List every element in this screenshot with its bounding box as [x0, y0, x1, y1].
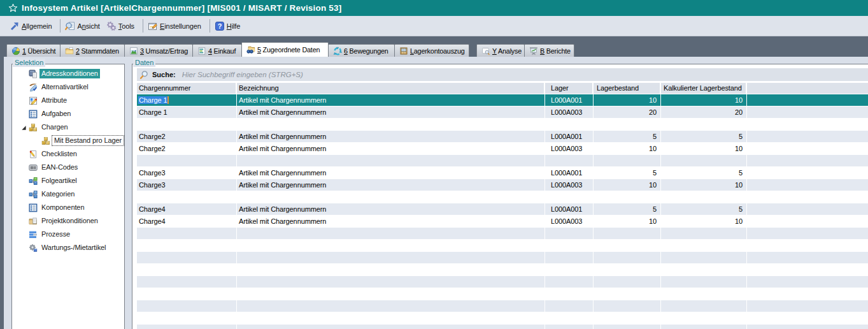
- tab[interactable]: Y Analyse: [476, 44, 525, 57]
- tab[interactable]: Lagerkontoauszug: [394, 44, 469, 57]
- table-cell[interactable]: [661, 300, 747, 312]
- table-cell[interactable]: Charge3: [137, 167, 237, 179]
- table-row[interactable]: [137, 325, 868, 329]
- table-cell[interactable]: [594, 312, 661, 325]
- table-cell[interactable]: Charge 1: [137, 94, 237, 106]
- table-cell[interactable]: [545, 252, 594, 264]
- tree-item[interactable]: Wartungs-/Mietartikel: [12, 241, 124, 254]
- tab[interactable]: 2 Stammdaten: [60, 44, 125, 57]
- star-icon[interactable]: [8, 3, 18, 13]
- table-cell[interactable]: L000A003: [545, 143, 594, 155]
- tree-item[interactable]: Mit Bestand pro Lager: [12, 134, 124, 147]
- table-cell[interactable]: [137, 155, 237, 167]
- table-cell[interactable]: [594, 300, 661, 312]
- table-cell[interactable]: [594, 325, 661, 329]
- table-row[interactable]: [137, 252, 868, 264]
- table-cell[interactable]: 10: [661, 179, 747, 191]
- table-cell[interactable]: Artikel mit Chargennummern: [237, 203, 545, 216]
- table-cell-filler[interactable]: [747, 228, 868, 240]
- table-row[interactable]: [137, 288, 868, 300]
- tree-item[interactable]: Prozesse: [12, 228, 124, 241]
- table-cell[interactable]: [137, 325, 237, 329]
- table-row[interactable]: [137, 191, 868, 203]
- table-cell-filler[interactable]: [747, 288, 868, 300]
- table-cell[interactable]: Artikel mit Chargennummern: [237, 94, 545, 106]
- table-cell[interactable]: 10: [661, 94, 747, 106]
- table-cell[interactable]: Artikel mit Chargennummern: [237, 179, 545, 191]
- table-row[interactable]: Charge 1 Artikel mit Chargennummern L000…: [137, 106, 868, 119]
- table-cell-filler[interactable]: [747, 106, 868, 119]
- table-cell[interactable]: L000A001: [545, 94, 594, 106]
- tab[interactable]: B Berichte: [524, 44, 574, 57]
- table-cell[interactable]: 10: [661, 216, 747, 228]
- table-cell-filler[interactable]: [747, 240, 868, 252]
- table-cell-filler[interactable]: [747, 119, 868, 131]
- table-cell-filler[interactable]: [747, 155, 868, 167]
- tree-item[interactable]: Chargen: [12, 121, 124, 134]
- table-cell-filler[interactable]: [747, 276, 868, 288]
- table-cell[interactable]: [594, 155, 661, 167]
- table-cell[interactable]: 5: [661, 203, 747, 216]
- table-cell[interactable]: L000A003: [545, 106, 594, 119]
- table-cell[interactable]: Charge2: [137, 131, 237, 143]
- table-cell[interactable]: [237, 240, 545, 252]
- table-cell[interactable]: [137, 191, 237, 203]
- table-cell-filler[interactable]: [747, 312, 868, 325]
- table-cell[interactable]: [661, 325, 747, 329]
- table-cell[interactable]: [661, 191, 747, 203]
- table-cell[interactable]: [594, 240, 661, 252]
- table-cell[interactable]: [545, 276, 594, 288]
- table-cell[interactable]: [545, 155, 594, 167]
- table-row[interactable]: [137, 119, 868, 131]
- table-cell[interactable]: [545, 228, 594, 240]
- table-cell[interactable]: 10: [661, 143, 747, 155]
- table-row[interactable]: [137, 300, 868, 312]
- table-cell[interactable]: Charge4: [137, 203, 237, 216]
- table-cell[interactable]: 20: [661, 106, 747, 119]
- tree-item[interactable]: Kategorien: [12, 187, 124, 201]
- table-cell-filler[interactable]: [747, 325, 868, 329]
- table-cell[interactable]: [237, 252, 545, 264]
- table-cell[interactable]: [545, 312, 594, 325]
- tree-item[interactable]: Folgeartikel: [12, 174, 124, 187]
- table-cell[interactable]: [594, 252, 661, 264]
- column-header[interactable]: Chargennummer: [137, 83, 237, 94]
- table-cell-filler[interactable]: [747, 203, 868, 216]
- table-cell-filler[interactable]: [747, 94, 868, 106]
- table-cell[interactable]: [545, 240, 594, 252]
- expander-icon[interactable]: [21, 124, 29, 131]
- table-cell[interactable]: [545, 191, 594, 203]
- table-cell[interactable]: L000A001: [545, 131, 594, 143]
- table-cell[interactable]: [594, 288, 661, 300]
- tab[interactable]: 4 Einkauf: [192, 44, 242, 57]
- table-row[interactable]: [137, 240, 868, 252]
- table-cell[interactable]: [137, 300, 237, 312]
- table-cell-filler[interactable]: [747, 167, 868, 179]
- table-row[interactable]: [137, 228, 868, 240]
- table-cell[interactable]: Charge 1: [137, 106, 237, 119]
- column-header[interactable]: Kalkulierter Lagerbestand: [661, 83, 747, 94]
- table-cell[interactable]: [594, 276, 661, 288]
- table-cell[interactable]: Charge4: [137, 216, 237, 228]
- tree-item[interactable]: Projektkonditionen: [12, 214, 124, 228]
- table-cell[interactable]: [137, 312, 237, 325]
- table-cell[interactable]: [661, 276, 747, 288]
- table-cell-filler[interactable]: [747, 264, 868, 276]
- tab[interactable]: 3 Umsatz/Ertrag: [124, 44, 193, 57]
- table-cell[interactable]: [594, 191, 661, 203]
- table-cell[interactable]: [137, 252, 237, 264]
- table-cell[interactable]: 10: [594, 216, 661, 228]
- table-cell-filler[interactable]: [747, 143, 868, 155]
- column-header[interactable]: Bezeichnung: [237, 83, 545, 94]
- table-cell[interactable]: [137, 240, 237, 252]
- table-cell[interactable]: [661, 312, 747, 325]
- table-cell[interactable]: [545, 325, 594, 329]
- table-cell[interactable]: [237, 119, 545, 131]
- menu-item[interactable]: ? Hilfe: [206, 18, 244, 34]
- table-cell[interactable]: Artikel mit Chargennummern: [237, 106, 545, 119]
- table-row[interactable]: Charge3 Artikel mit Chargennummern L000A…: [137, 167, 868, 179]
- table-cell[interactable]: [137, 228, 237, 240]
- table-cell[interactable]: [545, 300, 594, 312]
- column-header[interactable]: Lagerbestand: [594, 83, 661, 94]
- table-cell-filler[interactable]: [747, 252, 868, 264]
